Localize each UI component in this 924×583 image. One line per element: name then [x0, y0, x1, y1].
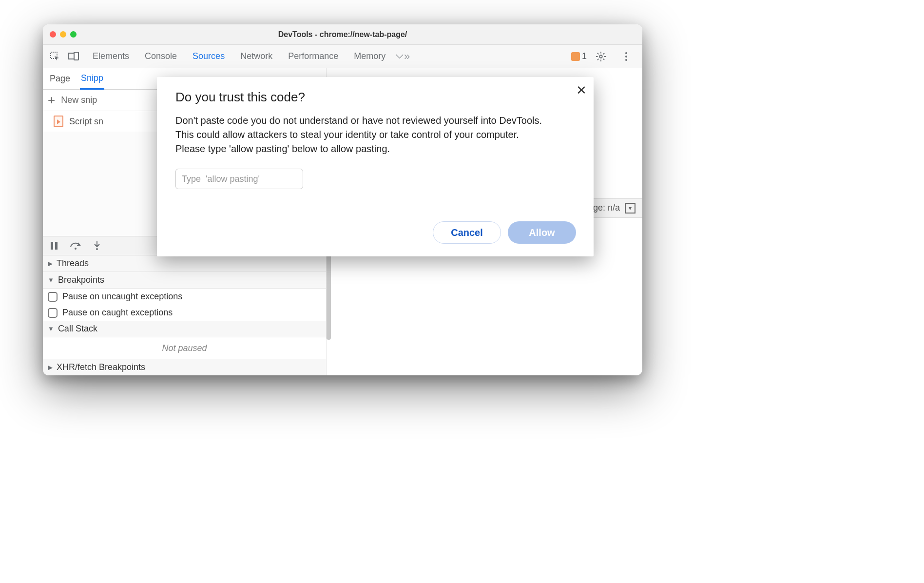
window-title: DevTools - chrome://new-tab-page/	[278, 30, 407, 39]
svg-rect-2	[74, 52, 78, 60]
allow-button[interactable]: Allow	[508, 221, 576, 244]
device-toolbar-icon[interactable]	[66, 49, 81, 64]
coverage-toggle-icon[interactable]: ▾	[625, 203, 635, 214]
traffic-lights	[50, 31, 77, 38]
call-stack-not-paused: Not paused	[43, 337, 326, 359]
new-snippet-button[interactable]: New snip	[61, 95, 97, 105]
settings-gear-icon[interactable]	[594, 49, 608, 64]
more-tabs-icon[interactable]: »	[395, 49, 410, 64]
close-icon[interactable]: ✕	[576, 83, 587, 98]
svg-point-3	[599, 55, 602, 58]
checkbox-pause-uncaught[interactable]: Pause on uncaught exceptions	[43, 289, 326, 305]
dialog-body: Don't paste code you do not understand o…	[175, 114, 546, 156]
expanded-triangle-icon: ▼	[48, 325, 54, 332]
allow-pasting-input[interactable]	[175, 169, 303, 189]
section-breakpoints[interactable]: ▼ Breakpoints	[43, 272, 326, 289]
step-over-icon[interactable]	[69, 239, 82, 252]
issues-badge[interactable]: 1	[571, 51, 587, 61]
pause-icon[interactable]	[48, 239, 60, 252]
svg-point-10	[96, 248, 98, 250]
inspect-element-icon[interactable]	[48, 49, 62, 64]
section-xhr-breakpoints[interactable]: ▶ XHR/fetch Breakpoints	[43, 359, 326, 375]
svg-rect-8	[55, 242, 58, 250]
section-call-stack[interactable]: ▼ Call Stack	[43, 321, 326, 337]
nav-tab-snippets[interactable]: Snipp	[80, 68, 104, 90]
cancel-button[interactable]: Cancel	[433, 221, 501, 244]
expanded-triangle-icon: ▼	[48, 276, 54, 284]
step-into-icon[interactable]	[91, 239, 103, 252]
section-threads[interactable]: ▶ Threads	[43, 255, 326, 272]
collapsed-triangle-icon: ▶	[48, 260, 53, 267]
tab-performance[interactable]: Performance	[288, 51, 338, 61]
svg-point-6	[625, 59, 627, 61]
tab-sources[interactable]: Sources	[192, 51, 225, 61]
tab-network[interactable]: Network	[240, 51, 272, 61]
close-window-button[interactable]	[50, 31, 56, 38]
tab-console[interactable]: Console	[145, 51, 177, 61]
snippet-label: Script sn	[69, 117, 103, 127]
collapsed-triangle-icon: ▶	[48, 364, 53, 371]
dialog-title: Do you trust this code?	[175, 90, 575, 105]
svg-point-5	[625, 56, 627, 58]
svg-point-9	[75, 248, 77, 250]
nav-tab-page[interactable]: Page	[49, 69, 71, 89]
titlebar: DevTools - chrome://new-tab-page/	[43, 24, 642, 45]
trust-code-dialog: ✕ Do you trust this code? Don't paste co…	[157, 77, 594, 256]
plus-icon[interactable]: +	[48, 93, 55, 108]
devtools-window: DevTools - chrome://new-tab-page/ Elemen…	[43, 24, 642, 375]
main-tabs-row: Elements Console Sources Network Perform…	[43, 45, 642, 68]
kebab-menu-icon[interactable]	[619, 49, 634, 64]
issue-icon	[571, 52, 580, 61]
checkbox-pause-caught[interactable]: Pause on caught exceptions	[43, 305, 326, 321]
minimize-window-button[interactable]	[60, 31, 66, 38]
checkbox-icon	[48, 308, 58, 318]
svg-rect-7	[51, 242, 53, 250]
snippet-file-icon	[54, 116, 63, 127]
tab-memory[interactable]: Memory	[354, 51, 385, 61]
tab-elements[interactable]: Elements	[93, 51, 129, 61]
issues-count: 1	[582, 51, 587, 61]
maximize-window-button[interactable]	[70, 31, 77, 38]
checkbox-icon	[48, 292, 58, 302]
svg-point-4	[625, 52, 627, 54]
